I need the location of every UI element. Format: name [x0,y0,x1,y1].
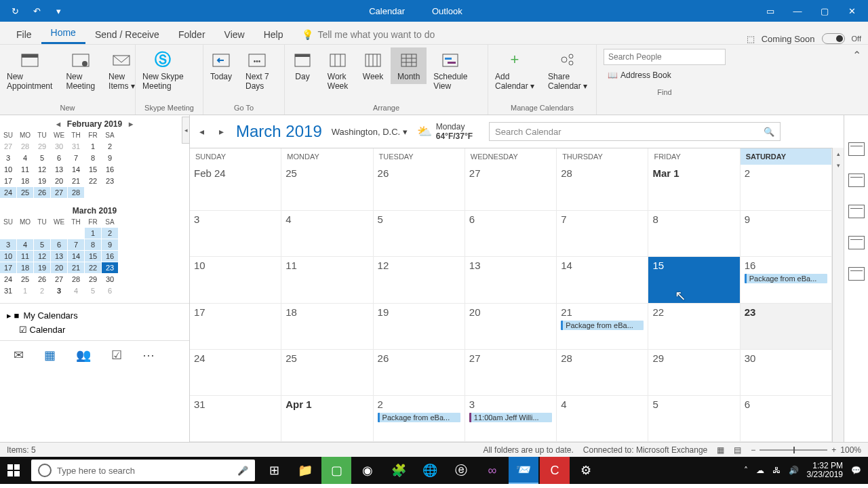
mini-day[interactable]: 6 [51,152,67,163]
mini-day[interactable]: 22 [85,262,101,273]
file-explorer-icon[interactable]: 📁 [290,457,320,484]
my-calendars-header[interactable]: ▸ ■ My Calendars [7,308,182,323]
schedule-view-button[interactable]: Schedule View [427,47,474,94]
month-peek-icon[interactable] [848,236,865,249]
settings-icon[interactable]: ⚙ [571,457,601,484]
mini-prev-button[interactable]: ◂ [54,119,63,129]
mini-day[interactable]: 10 [0,164,16,175]
coming-soon-toggle[interactable] [822,33,845,44]
mini-day[interactable]: 22 [85,176,101,186]
minimize-button[interactable]: — [785,0,810,22]
new-meeting-button[interactable]: New Meeting [59,47,102,94]
mini-day[interactable]: 1 [85,141,101,152]
calendar-day[interactable]: Mar 1 [648,165,740,211]
mini-day[interactable]: 24 [0,187,16,198]
tell-me-search[interactable]: 💡 Tell me what you want to do [292,25,444,44]
camtasia-icon[interactable]: C [540,457,570,484]
menu-tab-folder[interactable]: Folder [169,25,215,44]
prev-month-button[interactable]: ◂ [197,126,207,137]
mini-day[interactable]: 24 [0,274,16,285]
month-view-button[interactable]: Month [391,47,427,84]
mini-day[interactable]: 20 [51,262,67,273]
task-view-icon[interactable]: ⊞ [259,457,289,484]
add-calendar-button[interactable]: +Add Calendar ▾ [488,47,541,94]
calendar-day[interactable]: 28 [557,165,648,211]
maximize-button[interactable]: ▢ [812,0,837,22]
mini-day[interactable] [68,228,84,239]
calendar-day[interactable]: 3 [190,211,281,257]
app2-icon[interactable]: 🧩 [384,457,414,484]
mini-day[interactable]: 26 [34,274,50,285]
calendar-checkbox-item[interactable]: ☑ Calendar [7,323,182,336]
mini-day[interactable] [34,228,50,239]
mini-day[interactable]: 31 [68,141,84,152]
calendar-day[interactable]: 27 [465,165,557,211]
calendar-event[interactable]: Package from eBa... [745,274,827,283]
collapse-ribbon-button[interactable]: ⌃ [846,45,868,115]
mini-day[interactable]: 27 [0,141,16,152]
menu-tab-home[interactable]: Home [41,23,85,44]
people-nav-icon[interactable]: 👥 [76,348,91,363]
calendar-day[interactable]: 18 [281,304,373,350]
mini-day[interactable]: 30 [102,274,118,285]
calendar-day[interactable]: 22 [648,304,740,350]
mini-next-button[interactable]: ▸ [126,119,136,129]
mini-day[interactable]: 21 [68,262,84,273]
windows-search[interactable]: Type here to search🎤 [31,460,255,481]
schedule-peek-icon[interactable] [848,267,865,281]
mini-day[interactable]: 27 [51,274,67,285]
weather-widget[interactable]: ⛅ Monday64°F/37°F [417,122,473,141]
notifications-icon[interactable]: 💬 [851,466,861,475]
calendar-day[interactable]: 5 [648,396,740,442]
calendar-day[interactable]: 23 [741,304,832,350]
zoom-in-button[interactable]: + [831,445,836,455]
work-week-button[interactable]: Work Week [320,47,355,94]
calendar-day[interactable]: 14 [557,257,648,303]
undo-icon[interactable]: ↶ [30,4,43,18]
ribbon-display-icon[interactable]: ▭ [758,0,783,22]
menu-tab-sendreceive[interactable]: Send / Receive [85,25,169,44]
calendar-event[interactable]: Package from eBa... [378,413,460,422]
calendar-day[interactable]: 30 [741,350,832,396]
mini-day[interactable]: 13 [51,251,67,262]
app-icon[interactable]: ▢ [321,457,351,484]
mini-day[interactable]: 3 [51,285,67,296]
volume-icon[interactable]: 🔊 [789,466,799,475]
calendar-day[interactable]: 6 [465,211,557,257]
more-nav-icon[interactable]: ⋯ [142,348,155,363]
mini-day[interactable]: 6 [51,239,67,250]
mini-day[interactable]: 28 [68,187,84,198]
mini-day[interactable]: 16 [102,164,118,175]
mini-day[interactable]: 1 [85,228,101,239]
mini-day[interactable]: 25 [17,187,33,198]
chrome-icon[interactable]: 🌐 [415,457,445,484]
mini-day[interactable]: 5 [85,285,101,296]
search-calendar-input[interactable]: Search Calendar 🔍 [489,122,781,141]
mini-day[interactable]: 2 [102,228,118,239]
mini-day[interactable]: 28 [17,141,33,152]
mini-day[interactable]: 15 [85,164,101,175]
mini-day[interactable]: 11 [17,164,33,175]
mini-day[interactable]: 27 [51,187,67,198]
calendar-day[interactable]: 4 [281,211,373,257]
mini-day[interactable]: 19 [34,262,50,273]
calendar-day[interactable]: 27 [465,350,557,396]
zoom-slider[interactable] [760,449,827,451]
calendar-day[interactable]: 7 [557,211,648,257]
mini-day[interactable]: 14 [68,251,84,262]
mini-day[interactable]: 23 [102,176,118,186]
onedrive-icon[interactable]: ☁ [756,466,764,475]
steam-icon[interactable]: ◉ [353,457,382,484]
calendar-day[interactable]: 12 [374,257,465,303]
menu-tab-view[interactable]: View [215,25,254,44]
workweek-peek-icon[interactable] [848,174,865,187]
mini-day[interactable]: 12 [34,251,50,262]
calendar-day[interactable]: 10 [190,257,281,303]
address-book-button[interactable]: 📖Address Book [604,68,726,83]
search-people-input[interactable] [604,49,726,65]
menu-tab-help[interactable]: Help [254,25,293,44]
calendar-event[interactable]: Package from eBa... [561,321,644,330]
mini-day[interactable]: 3 [0,239,16,250]
mini-day[interactable]: 18 [17,262,33,273]
edge-icon[interactable]: ⓔ [446,457,476,484]
